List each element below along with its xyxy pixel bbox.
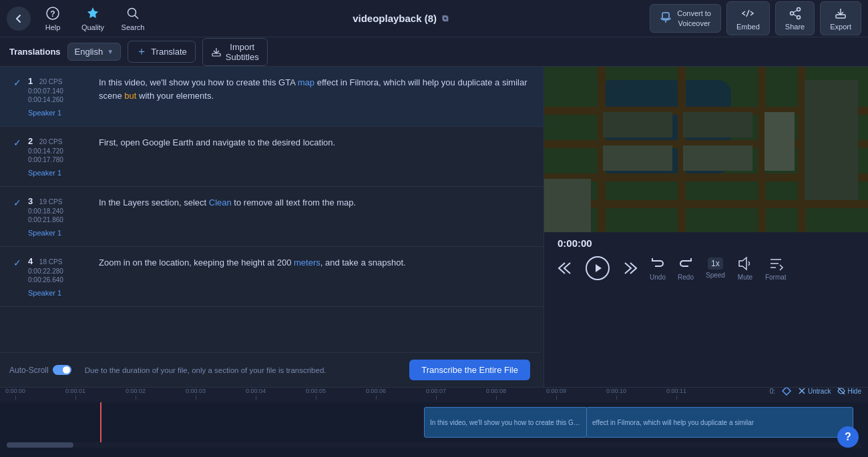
auto-scroll-toggle[interactable] <box>53 365 71 375</box>
speaker-tag-1[interactable]: Speaker 1 <box>28 109 99 117</box>
external-link-icon[interactable]: ⧉ <box>442 13 448 24</box>
svg-point-2 <box>128 9 136 17</box>
tick-6: 0:00:06 <box>366 388 386 400</box>
time-start-1: 0:00:07.140 <box>28 87 99 95</box>
svg-marker-21 <box>783 387 791 395</box>
redo-label: Redo <box>678 274 694 281</box>
cps-badge-3: 19 CPS <box>39 198 62 205</box>
format-button[interactable]: Format <box>765 256 787 281</box>
play-button[interactable] <box>586 256 610 280</box>
convert-label: Convert toVoiceover <box>677 9 711 28</box>
cps-badge-4: 18 CPS <box>39 258 62 266</box>
mute-button[interactable]: Mute <box>737 256 753 281</box>
tick-8: 0:00:08 <box>486 388 506 400</box>
mute-icon <box>737 256 753 272</box>
auto-scroll-label: Auto-Scroll <box>9 366 49 375</box>
convert-voiceover-button[interactable]: Convert toVoiceover <box>650 4 721 33</box>
timeline-scroll-thumb[interactable] <box>7 442 73 448</box>
redo-button[interactable]: Redo <box>678 256 694 281</box>
undo-button[interactable]: Undo <box>650 256 666 281</box>
quality-button[interactable]: Quality <box>75 3 111 34</box>
export-icon <box>833 6 848 21</box>
import-label: ImportSubtitles <box>226 42 259 62</box>
check-mark-2: ✓ <box>13 137 21 148</box>
timeline-scrollbar[interactable] <box>7 442 861 448</box>
video-title: videoplayback (8) <box>353 13 437 24</box>
check-col-1: ✓ <box>9 76 25 88</box>
translate-label: Translate <box>151 47 187 57</box>
undo-label: Undo <box>650 274 666 281</box>
transcribe-entire-file-button[interactable]: Transcribe the Entire File <box>409 360 530 380</box>
time-end-4: 0:00:26.640 <box>28 276 99 284</box>
video-panel: 0:00:00 <box>544 67 868 387</box>
subtitle-text-2[interactable]: First, open Google Earth and navigate to… <box>99 136 534 149</box>
play-icon <box>592 263 603 274</box>
rewind-button[interactable] <box>558 260 574 276</box>
search-icon <box>125 5 141 21</box>
help-circle-button[interactable]: ? <box>837 426 859 448</box>
highlight-map: map <box>298 77 314 87</box>
subtitle-text-3[interactable]: In the Layers section, select Clean to r… <box>99 196 534 209</box>
plus-icon: ＋ <box>136 45 147 59</box>
topbar: ? Help Quality Search videoplayback (8) … <box>0 0 868 37</box>
svg-marker-17 <box>739 258 746 270</box>
untrack-button[interactable]: Untrack <box>798 387 831 395</box>
help-button[interactable]: ? Help <box>35 3 71 34</box>
num-time-col-1: 1 20 CPS 0:00:07.140 0:00:14.260 Speaker… <box>25 76 99 117</box>
hide-icon <box>837 387 845 395</box>
timeline-diamond-icon <box>782 387 791 396</box>
tick-5: 0:00:05 <box>306 388 326 400</box>
tick-10: 0:00:10 <box>606 388 626 400</box>
timeline-top-right: 0: Untrack Hide <box>770 387 861 396</box>
check-col-4: ✓ <box>9 256 25 268</box>
language-value: English <box>75 47 103 57</box>
tick-4: 0:00:04 <box>246 388 266 400</box>
svg-line-10 <box>793 10 797 13</box>
chevron-down-icon: ▼ <box>107 48 114 55</box>
timeline-clip-1[interactable]: In this video, we'll show you how to cre… <box>424 407 588 438</box>
item-number-3: 3 <box>28 196 33 206</box>
untrack-label: Untrack <box>808 388 831 395</box>
forward-button[interactable] <box>622 260 638 276</box>
timeline-cursor[interactable] <box>100 402 101 442</box>
timeline-time-label: 0: <box>770 388 775 395</box>
speaker-tag-4[interactable]: Speaker 1 <box>28 289 99 297</box>
item-number-1: 1 <box>28 76 33 86</box>
subtitle-item-2: ✓ 2 20 CPS 0:00:14.720 0:00:17.780 Speak… <box>0 127 544 187</box>
check-mark-3: ✓ <box>13 197 21 208</box>
language-selector[interactable]: English ▼ <box>67 43 122 61</box>
check-col-3: ✓ <box>9 196 25 208</box>
map-background <box>544 67 868 232</box>
embed-button[interactable]: Embed <box>726 1 770 35</box>
time-end-2: 0:00:17.780 <box>28 156 99 163</box>
timeline-clip-2[interactable]: effect in Filmora, which will help you d… <box>586 407 853 438</box>
clip1-text: In this video, we'll show you how to cre… <box>430 419 582 426</box>
share-icon <box>788 6 803 21</box>
search-button[interactable]: Search <box>115 3 151 34</box>
rewind-icon <box>558 260 574 276</box>
transcribe-bar: Auto-Scroll Due to the duration of your … <box>0 352 539 387</box>
speed-value: 1x <box>708 258 723 270</box>
cps-badge-2: 20 CPS <box>39 138 62 145</box>
tick-0: 0:00:00 <box>5 388 25 400</box>
svg-point-7 <box>797 8 800 11</box>
translate-button[interactable]: ＋ Translate <box>128 41 196 63</box>
item-number-2: 2 <box>28 136 33 146</box>
num-time-col-4: 4 18 CPS 0:00:22.280 0:00:26.640 Speaker… <box>25 256 99 297</box>
hide-button[interactable]: Hide <box>837 387 861 395</box>
transcribe-left: Auto-Scroll <box>9 365 71 375</box>
highlight-clean: Clean <box>209 197 232 207</box>
back-button[interactable] <box>7 7 31 31</box>
speaker-tag-2[interactable]: Speaker 1 <box>28 169 99 177</box>
translations-label: Translations <box>9 47 61 57</box>
share-button[interactable]: Share <box>775 1 815 35</box>
topbar-left-actions: ? Help Quality Search <box>7 3 151 34</box>
export-button[interactable]: Export <box>820 1 861 35</box>
subtitle-text-4[interactable]: Zoom in on the location, keeping the hei… <box>99 256 534 270</box>
speed-button[interactable]: 1x Speed <box>706 258 725 279</box>
speaker-tag-3[interactable]: Speaker 1 <box>28 229 99 237</box>
timeline-track: In this video, we'll show you how to cre… <box>0 402 868 442</box>
subtitle-text-1[interactable]: In this video, we'll show you how to cre… <box>99 76 534 102</box>
import-subtitles-button[interactable]: ImportSubtitles <box>202 38 268 66</box>
time-end-3: 0:00:21.860 <box>28 216 99 223</box>
